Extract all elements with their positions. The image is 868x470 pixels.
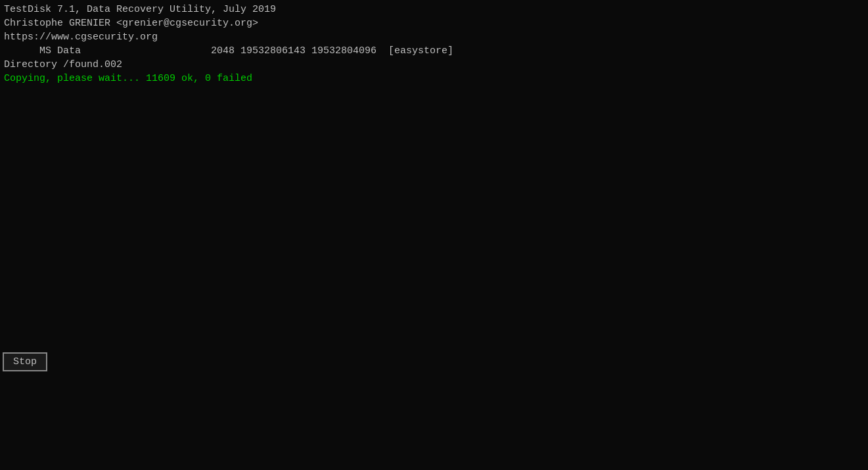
terminal-window: TestDisk 7.1, Data Recovery Utility, Jul… — [0, 0, 868, 470]
line-2: Christophe GRENIER <grenier@cgsecurity.o… — [4, 16, 864, 30]
line-1: TestDisk 7.1, Data Recovery Utility, Jul… — [4, 3, 864, 16]
stop-button[interactable]: Stop — [3, 352, 47, 371]
line-3: https://www.cgsecurity.org — [4, 30, 864, 44]
line-6-copying: Copying, please wait... 11609 ok, 0 fail… — [4, 72, 864, 85]
line-5: Directory /found.002 — [4, 58, 864, 72]
terminal-output: TestDisk 7.1, Data Recovery Utility, Jul… — [4, 3, 864, 85]
line-4: MS Data 2048 19532806143 19532804096 [ea… — [4, 44, 864, 58]
